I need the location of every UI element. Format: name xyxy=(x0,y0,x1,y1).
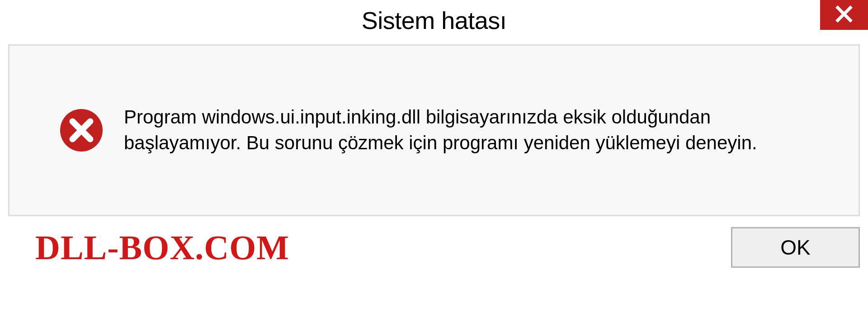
dialog-footer: DLL-BOX.COM OK xyxy=(8,227,860,268)
watermark-text: DLL-BOX.COM xyxy=(35,228,289,267)
dialog-content: Program windows.ui.input.inking.dll bilg… xyxy=(8,44,860,216)
close-button[interactable] xyxy=(820,0,868,30)
ok-button-label: OK xyxy=(780,235,810,260)
error-icon xyxy=(59,108,104,152)
close-icon xyxy=(835,5,853,25)
ok-button[interactable]: OK xyxy=(731,227,860,268)
error-message: Program windows.ui.input.inking.dll bilg… xyxy=(124,104,813,156)
dialog-title: Sistem hatası xyxy=(362,6,507,34)
titlebar: Sistem hatası xyxy=(0,0,868,41)
